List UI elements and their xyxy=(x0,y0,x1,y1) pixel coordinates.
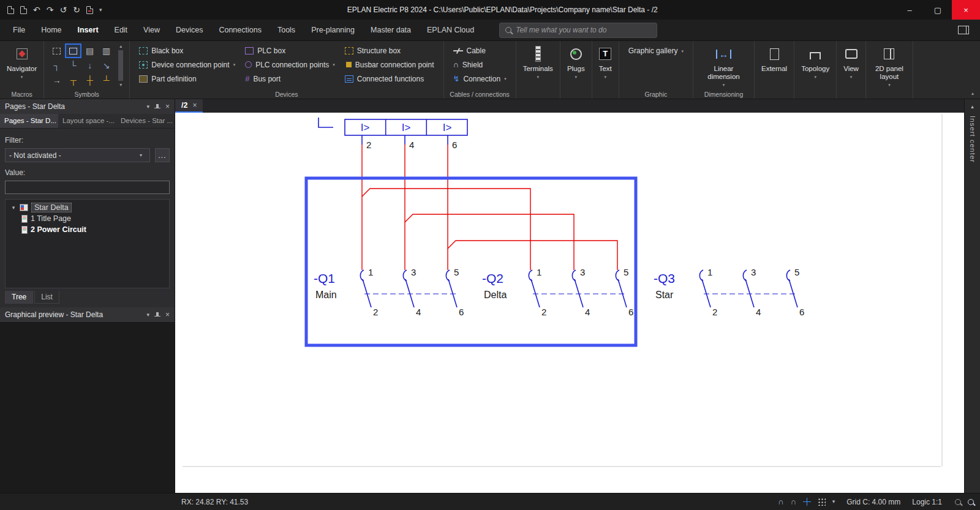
scroll-up-icon[interactable]: ▴ xyxy=(119,43,122,49)
zoom-icon[interactable] xyxy=(968,499,974,505)
dock-tab-pages[interactable]: Pages - Star D... xyxy=(0,114,58,128)
bus-port-button[interactable]: # Bus port xyxy=(240,72,340,86)
cable-button[interactable]: Cable xyxy=(448,43,511,58)
connection-button[interactable]: ↯ Connection ▾ xyxy=(448,72,511,86)
minimize-button[interactable]: – xyxy=(895,0,924,20)
scroll-thumb[interactable] xyxy=(118,50,123,81)
page-tab[interactable]: /2 × xyxy=(175,99,203,113)
tree-item-page[interactable]: 1 Title Page xyxy=(7,213,168,224)
plc-connection-points-button[interactable]: PLC connection points ▾ xyxy=(240,58,340,72)
scroll-down-icon[interactable]: ▾ xyxy=(119,82,122,88)
snap-alt-icon[interactable]: ∩ xyxy=(790,498,796,506)
tab-file[interactable]: File xyxy=(5,21,33,39)
external-button[interactable]: External xyxy=(759,43,790,74)
panel-menu-icon[interactable]: ▾ xyxy=(146,312,149,318)
contactor-tag[interactable]: -Q3 xyxy=(654,271,675,285)
symbol-icon[interactable]: ↓ xyxy=(81,58,98,73)
symbol-icon[interactable]: ┐ xyxy=(48,58,65,73)
busbar-connection-point-button[interactable]: Busbar connection point xyxy=(340,58,439,72)
grid-icon[interactable] xyxy=(818,498,826,506)
symbol-icon[interactable]: ↘ xyxy=(98,58,115,73)
workspace-icon[interactable] xyxy=(958,26,969,34)
tab-tools[interactable]: Tools xyxy=(270,21,303,39)
ribbon-collapse-icon[interactable]: ▴ xyxy=(971,91,974,96)
symbol-icon[interactable]: ┼ xyxy=(81,73,98,88)
insert-center-tab[interactable]: Insert center xyxy=(969,116,976,163)
symbol-icon[interactable]: → xyxy=(48,73,65,88)
tab-master-data[interactable]: Master data xyxy=(363,21,419,39)
panel-menu-icon[interactable]: ▾ xyxy=(146,104,149,110)
graphic-gallery-button[interactable]: Graphic gallery ▾ xyxy=(624,43,688,58)
tab-list[interactable]: List xyxy=(34,291,59,304)
gallery-scrollbar[interactable]: ▴ ▾ xyxy=(116,43,125,88)
contactor-tag[interactable]: -Q1 xyxy=(314,271,335,285)
tab-pre-planning[interactable]: Pre-planning xyxy=(303,21,363,39)
device-connection-point-button[interactable]: Device connection point ▾ xyxy=(134,58,240,72)
symbol-icon[interactable]: ▥ xyxy=(98,43,115,58)
grid-setting[interactable]: Grid C: 4.00 mm xyxy=(846,498,900,506)
tab-view[interactable]: View xyxy=(135,21,168,39)
qat-dropdown-icon[interactable]: ▾ xyxy=(99,7,102,13)
tree-expand-icon[interactable]: ▾ xyxy=(10,204,17,211)
dock-tab-devices[interactable]: Devices - Star ... xyxy=(116,114,175,128)
filter-more-button[interactable]: ... xyxy=(155,148,170,162)
symbol-icon[interactable]: └ xyxy=(65,58,81,73)
topology-button[interactable]: Topology ▾ xyxy=(799,43,832,80)
linear-dimension-button[interactable]: ↔ Linear dimension ▾ xyxy=(701,43,746,88)
search-input[interactable] xyxy=(516,26,651,34)
tab-tree[interactable]: Tree xyxy=(5,291,33,304)
tree-item-page-active[interactable]: 2 Power Circuit xyxy=(7,224,168,235)
crosshair-icon[interactable] xyxy=(803,498,811,506)
tab-connections[interactable]: Connections xyxy=(211,21,270,39)
terminals-button[interactable]: Terminals ▾ xyxy=(521,43,556,80)
panel-close-icon[interactable]: × xyxy=(165,103,170,110)
black-box-button[interactable]: Black box xyxy=(134,43,240,58)
tell-me-search[interactable] xyxy=(499,23,657,38)
symbol-icon[interactable]: ┴ xyxy=(98,73,115,88)
scroll-up-icon[interactable]: ▴ xyxy=(971,104,974,110)
text-button[interactable]: T Text ▾ xyxy=(597,43,614,80)
undo-icon[interactable]: ↶ xyxy=(33,6,40,14)
shield-button[interactable]: ∩ Shield xyxy=(448,58,511,72)
tab-close-icon[interactable]: × xyxy=(192,101,197,110)
dock-tab-layout-space[interactable]: Layout space -... xyxy=(58,114,116,128)
panel-layout-button[interactable]: 2D panel layout ▾ xyxy=(870,43,908,88)
symbol-icon[interactable]: ┬ xyxy=(65,73,81,88)
plc-box-button[interactable]: PLC box xyxy=(240,43,340,58)
tab-edit[interactable]: Edit xyxy=(107,21,136,39)
symbol-icon-selected[interactable] xyxy=(65,43,81,58)
pin-icon[interactable] xyxy=(154,103,160,110)
tree-item-project[interactable]: ▾ Star Delta xyxy=(7,202,168,213)
grid-dropdown-icon[interactable]: ▾ xyxy=(832,499,835,504)
view-button[interactable]: View ▾ xyxy=(841,43,861,80)
selection-box[interactable] xyxy=(306,178,636,345)
schematic-canvas[interactable]: I> I> I> 2 4 6 xyxy=(175,113,964,493)
contactor-tag[interactable]: -Q2 xyxy=(482,271,503,285)
structure-box-button[interactable]: Structure box xyxy=(340,43,439,58)
redo-icon[interactable]: ↷ xyxy=(47,6,54,14)
symbol-icon[interactable]: ▤ xyxy=(81,43,98,58)
pin-icon[interactable] xyxy=(154,312,160,318)
maximize-button[interactable]: ▢ xyxy=(924,0,952,20)
zoom-out-icon[interactable] xyxy=(955,499,961,505)
logic-scale[interactable]: Logic 1:1 xyxy=(912,498,942,506)
open-page-icon[interactable] xyxy=(20,6,27,14)
new-page-icon[interactable] xyxy=(7,6,14,14)
value-input[interactable] xyxy=(5,181,170,194)
tab-devices[interactable]: Devices xyxy=(168,21,211,39)
part-definition-button[interactable]: Part definition xyxy=(134,72,240,86)
insert-symbol-icon[interactable] xyxy=(86,6,93,14)
plugs-button[interactable]: Plugs ▾ xyxy=(565,43,587,80)
tab-insert[interactable]: Insert xyxy=(70,21,107,39)
redo-list-icon[interactable]: ↻ xyxy=(73,6,80,14)
filter-dropdown[interactable]: - Not activated - ▾ xyxy=(5,148,150,162)
close-button[interactable]: × xyxy=(952,0,980,20)
snap-icon[interactable]: ∩ xyxy=(778,498,783,506)
filter-dropdown-icon[interactable]: ▾ xyxy=(136,152,146,158)
panel-close-icon[interactable]: × xyxy=(165,311,170,318)
symbol-icon[interactable] xyxy=(48,43,65,58)
tab-eplan-cloud[interactable]: EPLAN Cloud xyxy=(419,21,482,39)
undo-list-icon[interactable]: ↺ xyxy=(59,6,67,14)
navigator-button[interactable]: Navigator ▾ xyxy=(4,43,39,80)
connected-functions-button[interactable]: Connected functions xyxy=(340,72,439,86)
